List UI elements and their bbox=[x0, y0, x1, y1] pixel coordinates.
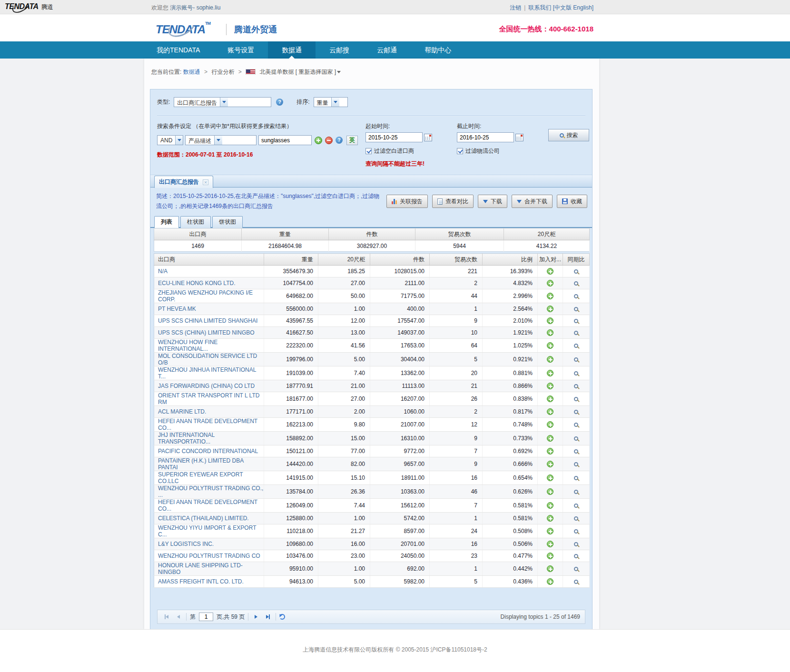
merge-download-button[interactable]: 合并下载 bbox=[512, 195, 553, 208]
add-compare-icon[interactable] bbox=[547, 306, 553, 312]
add-compare-icon[interactable] bbox=[547, 502, 553, 509]
exporter-name-link[interactable]: UPS SCS CHINA LIMITED SHANGHAI bbox=[154, 315, 264, 327]
add-compare-icon[interactable] bbox=[547, 421, 553, 428]
help-icon[interactable]: ? bbox=[276, 99, 283, 106]
next-page-button[interactable] bbox=[252, 613, 260, 621]
help-icon[interactable]: ? bbox=[336, 137, 343, 144]
search-detail-icon[interactable] bbox=[574, 307, 578, 311]
exporter-name-link[interactable]: CELESTICA (THAILAND) LIMITED. bbox=[154, 513, 264, 524]
search-detail-icon[interactable] bbox=[574, 371, 578, 376]
search-detail-icon[interactable] bbox=[574, 476, 578, 480]
exporter-name-link[interactable]: N/A bbox=[154, 266, 264, 277]
add-compare-icon[interactable] bbox=[547, 293, 553, 299]
search-detail-icon[interactable] bbox=[574, 281, 578, 286]
exporter-name-link[interactable]: MOL CONSOLIDATION SERVICE LTD O/B bbox=[154, 353, 264, 366]
search-button[interactable]: 搜索 bbox=[548, 129, 589, 141]
report-tab[interactable]: 出口商汇总报告 × bbox=[154, 176, 213, 188]
nav-item-cloud-mail[interactable]: 云邮通 bbox=[363, 41, 411, 59]
exporter-name-link[interactable]: L&Y LOGISTICS INC. bbox=[154, 538, 264, 550]
exporter-name-link[interactable]: UPS SCS (CHINA) LIMITED NINGBO bbox=[154, 327, 264, 339]
nav-item-my-tendata[interactable]: 我的TENDATA bbox=[143, 41, 214, 59]
start-date-input[interactable] bbox=[365, 132, 423, 142]
exporter-name-link[interactable]: ACL MARINE LTD. bbox=[154, 406, 264, 418]
filter-logistics-checkbox[interactable] bbox=[457, 148, 463, 154]
exporter-name-link[interactable]: ZHEJIANG WENZHOU PACKING I/E CORP. bbox=[154, 289, 264, 303]
search-detail-icon[interactable] bbox=[574, 449, 578, 454]
search-detail-icon[interactable] bbox=[574, 269, 578, 274]
search-detail-icon[interactable] bbox=[574, 542, 578, 546]
add-compare-icon[interactable] bbox=[547, 342, 553, 349]
nav-item-account-settings[interactable]: 账号设置 bbox=[214, 41, 268, 59]
exporter-name-link[interactable]: WENZHOU HOW FINE INTERNATIONAL... bbox=[154, 339, 264, 353]
nav-item-help-center[interactable]: 帮助中心 bbox=[411, 41, 465, 59]
refresh-icon[interactable] bbox=[279, 614, 285, 620]
add-compare-icon[interactable] bbox=[547, 515, 553, 522]
end-date-input[interactable] bbox=[457, 132, 514, 142]
search-detail-icon[interactable] bbox=[574, 319, 578, 323]
tab-list-view[interactable]: 列表 bbox=[154, 216, 179, 228]
search-detail-icon[interactable] bbox=[574, 580, 578, 584]
keyword-input[interactable] bbox=[258, 135, 312, 145]
report-type-select[interactable]: 出口商汇总报告 bbox=[174, 97, 271, 107]
search-detail-icon[interactable] bbox=[574, 504, 578, 508]
logout-link[interactable]: 注销 bbox=[510, 4, 521, 11]
english-toggle-button[interactable]: 英 bbox=[346, 136, 358, 145]
tab-bar-chart-view[interactable]: 柱状图 bbox=[180, 216, 211, 228]
search-detail-icon[interactable] bbox=[574, 490, 578, 494]
search-detail-icon[interactable] bbox=[574, 567, 578, 571]
last-page-button[interactable] bbox=[264, 613, 272, 621]
search-detail-icon[interactable] bbox=[574, 436, 578, 441]
filter-blank-importer-checkbox[interactable] bbox=[365, 148, 372, 154]
boolean-operator-select[interactable]: AND bbox=[157, 135, 183, 145]
search-detail-icon[interactable] bbox=[574, 344, 578, 348]
search-detail-icon[interactable] bbox=[574, 397, 578, 401]
reselect-country-button[interactable]: [ 重新选择国家 ] bbox=[296, 69, 342, 75]
exporter-name-link[interactable]: JHJ INTERNATIONAL TRANSPORTATIO... bbox=[154, 432, 264, 445]
add-compare-icon[interactable] bbox=[547, 578, 553, 585]
exporter-name-link[interactable]: SUPERIOR EYEWEAR EXPORT CO.LLC bbox=[154, 471, 264, 485]
tab-pie-chart-view[interactable]: 饼状图 bbox=[212, 216, 243, 228]
first-page-button[interactable] bbox=[162, 613, 171, 621]
search-detail-icon[interactable] bbox=[574, 529, 578, 534]
download-button[interactable]: 下载 bbox=[478, 195, 507, 208]
nav-item-data-service[interactable]: 数据通 bbox=[268, 41, 316, 59]
add-compare-icon[interactable] bbox=[547, 317, 553, 324]
contact-link[interactable]: 联系我们 bbox=[528, 4, 551, 11]
search-detail-icon[interactable] bbox=[574, 462, 578, 466]
search-detail-icon[interactable] bbox=[574, 554, 578, 558]
add-compare-icon[interactable] bbox=[547, 435, 553, 442]
add-compare-icon[interactable] bbox=[547, 370, 553, 376]
add-compare-icon[interactable] bbox=[547, 383, 553, 389]
add-compare-icon[interactable] bbox=[547, 461, 553, 467]
remove-condition-icon[interactable] bbox=[325, 137, 333, 144]
view-compare-button[interactable]: 查看对比 bbox=[432, 195, 474, 208]
exporter-name-link[interactable]: PANTAINER (H.K.) LIMITED DBA PANTAI bbox=[154, 457, 264, 471]
exporter-name-link[interactable]: ECU-LINE HONG KONG LTD. bbox=[154, 277, 264, 289]
add-compare-icon[interactable] bbox=[547, 488, 553, 495]
exporter-name-link[interactable]: PT HEVEA MK bbox=[154, 303, 264, 315]
add-compare-icon[interactable] bbox=[547, 329, 553, 336]
add-compare-icon[interactable] bbox=[547, 395, 553, 402]
search-detail-icon[interactable] bbox=[574, 423, 578, 427]
previous-page-button[interactable] bbox=[174, 613, 183, 621]
exporter-name-link[interactable]: WENZHOU JINHUA INTERNATIONAL T... bbox=[154, 366, 264, 380]
page-number-input[interactable] bbox=[199, 613, 213, 621]
search-detail-icon[interactable] bbox=[574, 294, 578, 298]
add-compare-icon[interactable] bbox=[547, 448, 553, 455]
exporter-name-link[interactable]: WENZHOU POLYTRUST TRADING CO., ... bbox=[154, 485, 264, 499]
nav-item-cloud-mail-search[interactable]: 云邮搜 bbox=[316, 41, 363, 59]
exporter-name-link[interactable]: WENZHOU YIYU IMPORT & EXPORT C... bbox=[154, 524, 264, 538]
add-condition-icon[interactable] bbox=[315, 137, 322, 144]
search-field-select[interactable]: 产品描述 bbox=[185, 135, 257, 145]
exporter-name-link[interactable]: JAS FORWARDING (CHINA) CO LTD bbox=[154, 380, 264, 392]
close-icon[interactable]: × bbox=[203, 179, 208, 185]
calendar-icon[interactable] bbox=[515, 134, 523, 141]
exporter-name-link[interactable]: AMASS FREIGHT INTL CO. LTD. bbox=[154, 576, 264, 588]
add-compare-icon[interactable] bbox=[547, 280, 553, 287]
exporter-name-link[interactable]: HEFEI ANAN TRADE DEVELOPMENT CO... bbox=[154, 418, 264, 432]
exporter-name-link[interactable]: HONOUR LANE SHIPPING LTD-NINGBO bbox=[154, 562, 264, 576]
language-link[interactable]: [中文版 English] bbox=[553, 4, 593, 11]
add-compare-icon[interactable] bbox=[547, 408, 553, 415]
exporter-name-link[interactable]: PACIFIC CONCORD INTERNATIONAL bbox=[154, 445, 264, 457]
add-compare-icon[interactable] bbox=[547, 541, 553, 547]
